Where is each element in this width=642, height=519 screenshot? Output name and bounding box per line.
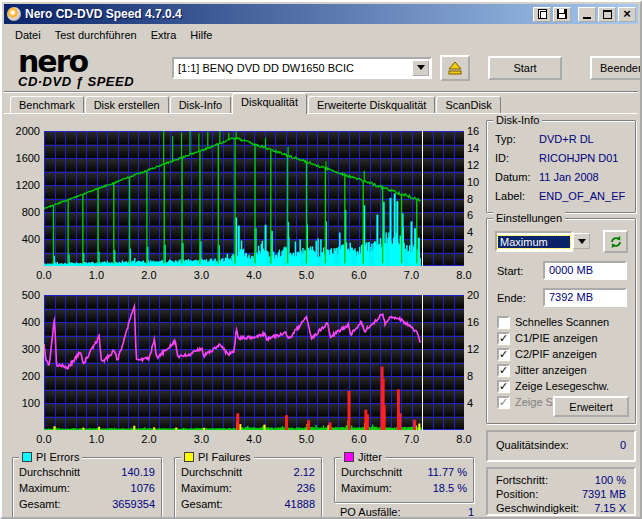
start-field[interactable]: 0000 MB	[543, 261, 627, 280]
tab-benchmark[interactable]: Benchmark	[10, 96, 84, 114]
stat-label: Maximum:	[19, 482, 70, 494]
stat-row: Maximum:1076	[19, 482, 155, 494]
tab-disk-info[interactable]: Disk-Info	[170, 96, 231, 114]
checkbox[interactable]	[497, 316, 510, 329]
checkbox-row-4[interactable]: ✓Zeige Lesegeschw.	[497, 379, 609, 393]
y-axis-tick-right: 4	[467, 397, 473, 409]
tab-diskqualit-t[interactable]: Diskqualität	[232, 93, 307, 114]
menu-item-3[interactable]: Hilfe	[183, 27, 219, 43]
stat-value: 2.12	[242, 466, 315, 478]
checkbox-label: Jitter anzeigen	[515, 364, 587, 376]
stat-label: Maximum:	[341, 482, 392, 494]
y-axis-tick-right: 16	[467, 316, 479, 328]
y-axis-tick-right: 10	[467, 176, 479, 188]
drive-select[interactable]: [1:1] BENQ DVD DD DW1650 BCIC	[172, 57, 432, 79]
tab-erweiterte-diskqualit-t[interactable]: Erweiterte Diskqualität	[308, 96, 435, 114]
checkbox-row-1[interactable]: ✓C1/PIE anzeigen	[497, 331, 598, 345]
y-axis-tick-left: 800	[6, 206, 40, 218]
start-button[interactable]: Start	[488, 56, 562, 80]
checkbox[interactable]: ✓	[497, 364, 510, 377]
app-window: Nero CD-DVD Speed 4.7.0.4 × DateiTest du…	[0, 0, 642, 519]
checkbox-row-3[interactable]: ✓Jitter anzeigen	[497, 363, 587, 377]
maximize-button[interactable]	[598, 7, 616, 22]
progress-row: Geschwindigkeit:7.15 X	[496, 502, 626, 514]
x-axis-tick: 5.0	[299, 433, 314, 445]
progress-value: 7.15 X	[579, 502, 626, 514]
stat-label: Maximum:	[181, 482, 232, 494]
end-field[interactable]: 7392 MB	[543, 288, 627, 307]
advanced-button[interactable]: Erweitert	[553, 396, 629, 417]
save-button[interactable]	[553, 7, 571, 22]
checkbox-label: C2/PIF anzeigen	[515, 348, 597, 360]
settings-group: Einstellungen Maximum Start: 0000 MB End…	[486, 218, 636, 424]
title-bar: Nero CD-DVD Speed 4.7.0.4 ×	[4, 4, 638, 24]
close-button[interactable]: ×	[618, 7, 636, 22]
pi-errors-chart	[44, 131, 464, 266]
checkbox-label: Zeige Lesegeschw.	[515, 380, 609, 392]
y-axis-tick-right: 4	[467, 226, 473, 238]
tab-disk-erstellen[interactable]: Disk erstellen	[85, 96, 169, 114]
stat-label: Gesamt:	[19, 498, 61, 510]
settings-title: Einstellungen	[493, 212, 565, 224]
series-color-swatch	[344, 452, 354, 462]
po-failures-value: 1	[401, 506, 474, 518]
menu-item-2[interactable]: Extra	[144, 27, 184, 43]
floppy-icon	[557, 9, 567, 19]
y-axis-tick-left: 2000	[6, 125, 40, 137]
stat-group-title: PI Errors	[19, 451, 82, 463]
speed-select[interactable]: Maximum	[495, 231, 573, 252]
minimize-button[interactable]	[578, 7, 596, 22]
x-axis-tick: 6.0	[351, 269, 366, 281]
disk-info-row: ID:RICOHJPN D01	[495, 152, 627, 164]
disk-info-row: Typ:DVD+R DL	[495, 133, 627, 145]
stat-group-title: Jitter	[341, 451, 385, 463]
nero-logo-wordmark: nero	[18, 47, 172, 77]
checkbox-row-2[interactable]: ✓C2/PIF anzeigen	[497, 347, 597, 361]
maximize-icon	[603, 10, 612, 19]
x-axis-tick: 0.0	[36, 269, 51, 281]
stat-group-name: Jitter	[358, 451, 382, 463]
drive-select-arrow[interactable]	[412, 60, 429, 76]
quality-index-value: 0	[569, 439, 626, 451]
x-axis-tick: 7.0	[404, 269, 419, 281]
stat-value: 3659354	[61, 498, 155, 510]
checkbox[interactable]: ✓	[497, 380, 510, 393]
series-color-swatch	[184, 452, 194, 462]
x-axis-tick: 8.0	[456, 269, 471, 281]
checkbox[interactable]: ✓	[497, 348, 510, 361]
checkbox-row-0[interactable]: Schnelles Scannen	[497, 315, 609, 329]
disk-info-value: RICOHJPN D01	[539, 152, 627, 164]
drive-select-value: [1:1] BENQ DVD DD DW1650 BCIC	[174, 62, 412, 74]
progress-value: 100 %	[548, 474, 626, 486]
x-axis-tick: 3.0	[194, 269, 209, 281]
end-field-label: Ende:	[497, 292, 526, 304]
speed-select-arrow[interactable]	[573, 233, 590, 249]
checkbox-label: Schnelles Scannen	[515, 316, 609, 328]
disk-info-value: 11 Jan 2008	[539, 171, 627, 183]
stat-row: Durchschnitt11.77 %	[341, 466, 467, 478]
window-title: Nero CD-DVD Speed 4.7.0.4	[25, 7, 531, 21]
y-axis-tick-right: 14	[467, 142, 479, 154]
menu-item-0[interactable]: Datei	[8, 27, 48, 43]
y-axis-tick-right: 8	[467, 370, 473, 382]
series-color-swatch	[22, 452, 32, 462]
y-axis-tick-right: 12	[467, 343, 479, 355]
tab-scandisk[interactable]: ScanDisk	[436, 96, 500, 114]
nero-logo: nero CD·DVD ƒ SPEED	[4, 47, 172, 88]
quit-button[interactable]: Beenden	[590, 56, 642, 80]
refresh-icon	[609, 235, 623, 249]
refresh-button[interactable]	[603, 230, 628, 253]
clipboard-button[interactable]	[533, 7, 551, 22]
eject-icon	[447, 61, 463, 75]
stat-group-pi-errors: PI ErrorsDurchschnitt140.19Maximum:1076G…	[12, 457, 162, 519]
x-axis-tick: 4.0	[246, 269, 261, 281]
stat-group-title: PI Failures	[181, 451, 254, 463]
stat-label: Gesamt:	[181, 498, 223, 510]
eject-button[interactable]	[440, 55, 470, 81]
disk-info-value: END_OF_AN_EF	[539, 190, 627, 202]
nero-logo-subtitle: CD·DVD ƒ SPEED	[18, 75, 172, 88]
menu-item-1[interactable]: Test durchführen	[48, 27, 144, 43]
y-axis-tick-left: 200	[6, 370, 40, 382]
checkbox[interactable]: ✓	[497, 332, 510, 345]
x-axis-tick: 2.0	[141, 269, 156, 281]
